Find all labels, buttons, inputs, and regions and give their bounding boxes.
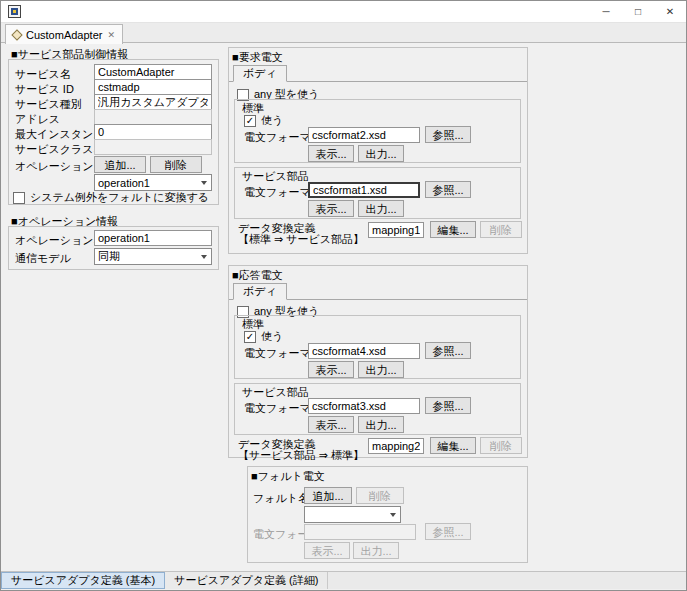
operation-select[interactable]: operation1: [94, 174, 212, 191]
operation-name-label: オペレーション名: [15, 233, 105, 248]
request-standard-browse-button[interactable]: 参照...: [425, 126, 471, 143]
application-window: ─ □ ✕ CustomAdapter ✕ ■サービス部品制御情報 サービス名 …: [0, 0, 687, 591]
response-component-browse-button[interactable]: 参照...: [425, 397, 471, 414]
close-button[interactable]: ✕: [654, 1, 686, 22]
operation-delete-button[interactable]: 削除: [150, 156, 202, 173]
check-mark: ✓: [246, 116, 254, 126]
chevron-down-icon[interactable]: [196, 175, 211, 190]
fault-convert-label: システム例外をフォルトに変換する: [30, 190, 209, 205]
service-id-field[interactable]: [94, 79, 212, 95]
response-mapping-direction-label: 【サービス部品 ⇒ 標準】: [238, 448, 364, 463]
check-mark: ✓: [246, 332, 254, 342]
response-standard-output-button[interactable]: 出力...: [358, 361, 404, 378]
response-component-title: サービス部品: [242, 385, 309, 400]
fault-convert-row: システム例外をフォルトに変換する: [13, 190, 209, 205]
section-title-request: ■要求電文: [232, 50, 283, 65]
request-component-browse-button[interactable]: 参照...: [425, 181, 471, 198]
response-standard-use-row: ✓ 使う: [244, 329, 283, 344]
request-mapping-direction-label: 【標準 ⇒ サービス部品】: [238, 232, 364, 247]
response-mapping-delete-button: 削除: [480, 437, 522, 454]
service-id-label: サービス ID: [15, 82, 74, 97]
operation-name-field[interactable]: [94, 230, 212, 246]
window-controls: ─ □ ✕: [590, 1, 686, 22]
comm-model-select[interactable]: 同期: [94, 248, 212, 265]
request-standard-use-label: 使う: [261, 113, 283, 128]
response-standard-use-label: 使う: [261, 329, 283, 344]
fault-format-field: [304, 524, 416, 540]
minimize-button[interactable]: ─: [590, 1, 622, 22]
request-standard-use-checkbox[interactable]: ✓: [244, 115, 256, 127]
request-standard-use-row: ✓ 使う: [244, 113, 283, 128]
fault-name-select[interactable]: [304, 506, 401, 523]
request-component-format-field[interactable]: [308, 182, 420, 198]
service-class-field: [94, 139, 212, 155]
request-component-output-button[interactable]: 出力...: [358, 200, 404, 217]
response-component-show-button[interactable]: 表示...: [308, 416, 354, 433]
service-class-label: サービスクラス名: [15, 142, 105, 157]
adapter-icon: [11, 29, 22, 40]
service-type-label: サービス種別: [15, 97, 82, 112]
bottom-tab-basic[interactable]: サービスアダプタ定義 (基本): [1, 572, 165, 589]
title-bar: ─ □ ✕: [1, 1, 686, 23]
operation-label: オペレーション: [15, 159, 94, 174]
app-icon: [8, 5, 21, 18]
comm-model-value: 同期: [95, 249, 196, 264]
address-field: [94, 109, 212, 125]
bottom-tab-bar: サービスアダプタ定義 (基本) サービスアダプタ定義 (詳細): [1, 571, 686, 589]
fault-show-button: 表示...: [304, 542, 350, 559]
chevron-down-icon[interactable]: [385, 507, 400, 522]
request-mapping-field[interactable]: [368, 222, 424, 238]
fault-name-label: フォルト名: [253, 491, 309, 506]
response-component-format-field[interactable]: [308, 398, 420, 414]
request-component-title: サービス部品: [242, 169, 309, 184]
request-standard-output-button[interactable]: 出力...: [358, 145, 404, 162]
fault-output-button: 出力...: [353, 542, 399, 559]
service-name-label: サービス名: [15, 67, 71, 82]
request-mapping-delete-button: 削除: [480, 221, 522, 238]
fault-add-button[interactable]: 追加...: [304, 487, 352, 504]
request-tab-body[interactable]: ボディ: [233, 65, 287, 82]
address-label: アドレス: [15, 112, 60, 127]
response-standard-show-button[interactable]: 表示...: [308, 361, 354, 378]
comm-model-label: 通信モデル: [15, 251, 71, 266]
editor-tab-bar: CustomAdapter ✕: [1, 23, 686, 43]
response-tab-body[interactable]: ボディ: [233, 283, 287, 300]
tab-close-icon[interactable]: ✕: [107, 30, 115, 40]
fault-convert-checkbox[interactable]: [13, 192, 25, 204]
response-component-output-button[interactable]: 出力...: [358, 416, 404, 433]
maximize-button[interactable]: □: [622, 1, 654, 22]
request-mapping-edit-button[interactable]: 編集...: [430, 221, 476, 238]
bottom-tab-detail[interactable]: サービスアダプタ定義 (詳細): [165, 572, 328, 589]
response-standard-use-checkbox[interactable]: ✓: [244, 331, 256, 343]
request-standard-format-field[interactable]: [308, 127, 420, 143]
response-standard-format-field[interactable]: [308, 343, 420, 359]
editor-tab-customadapter[interactable]: CustomAdapter ✕: [5, 24, 123, 44]
service-name-field[interactable]: [94, 64, 212, 80]
service-type-field[interactable]: [94, 94, 212, 110]
editor-tab-label: CustomAdapter: [26, 29, 102, 41]
chevron-down-icon[interactable]: [196, 249, 211, 264]
request-component-show-button[interactable]: 表示...: [308, 200, 354, 217]
response-mapping-field[interactable]: [368, 438, 424, 454]
fault-browse-button: 参照...: [425, 523, 471, 540]
section-title-response: ■応答電文: [232, 268, 283, 283]
max-instances-field[interactable]: [94, 124, 212, 140]
request-standard-show-button[interactable]: 表示...: [308, 145, 354, 162]
operation-select-value: operation1: [95, 177, 196, 189]
response-mapping-edit-button[interactable]: 編集...: [430, 437, 476, 454]
section-title-fault: ■フォルト電文: [251, 469, 325, 484]
response-standard-browse-button[interactable]: 参照...: [425, 342, 471, 359]
fault-delete-button: 削除: [356, 487, 404, 504]
operation-add-button[interactable]: 追加...: [94, 156, 146, 173]
